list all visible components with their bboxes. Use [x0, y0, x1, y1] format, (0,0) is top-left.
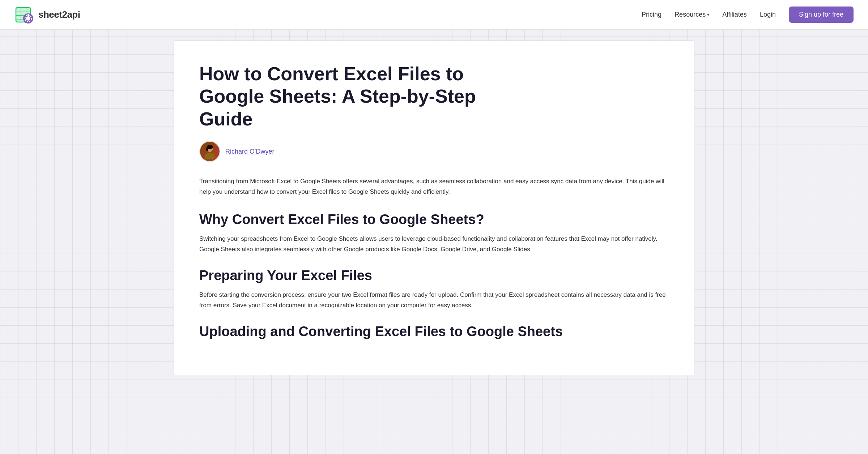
author-area: Richard O'Dwyer [199, 141, 669, 162]
logo-text: sheet2api [38, 9, 80, 20]
site-header: sheet2api Pricing Resources ▾ Affiliates… [0, 0, 868, 30]
section-heading-1: Preparing Your Excel Files [199, 268, 669, 283]
nav-affiliates[interactable]: Affiliates [722, 11, 747, 18]
svg-point-14 [205, 153, 215, 159]
nav-pricing[interactable]: Pricing [642, 11, 661, 18]
nav-login[interactable]: Login [760, 11, 776, 18]
author-name[interactable]: Richard O'Dwyer [225, 148, 274, 155]
article-title: How to Convert Excel Files to Google She… [199, 63, 525, 130]
main-nav: Pricing Resources ▾ Affiliates Login Sig… [642, 7, 854, 23]
avatar [199, 141, 220, 162]
section-text-1: Before starting the conversion process, … [199, 290, 669, 311]
section-text-0: Switching your spreadsheets from Excel t… [199, 234, 669, 255]
svg-point-12 [27, 17, 30, 20]
chevron-down-icon: ▾ [707, 12, 709, 17]
avatar-image [200, 142, 220, 161]
svg-point-17 [206, 147, 208, 151]
nav-signup-button[interactable]: Sign up for free [789, 7, 854, 23]
section-heading-0: Why Convert Excel Files to Google Sheets… [199, 212, 669, 227]
logo-link[interactable]: sheet2api [14, 5, 80, 25]
article-main: How to Convert Excel Files to Google She… [174, 40, 694, 375]
article-intro: Transitioning from Microsoft Excel to Go… [199, 176, 669, 197]
section-heading-2: Uploading and Converting Excel Files to … [199, 324, 669, 339]
nav-resources-dropdown[interactable]: Resources ▾ [675, 11, 709, 18]
logo-icon [14, 5, 35, 25]
